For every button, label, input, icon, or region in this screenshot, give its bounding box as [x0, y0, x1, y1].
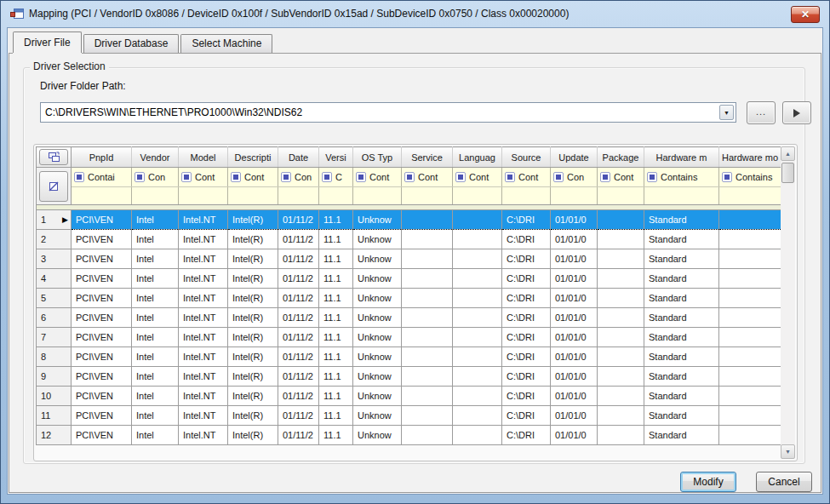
filter-cell-vendor[interactable]: Con: [132, 168, 179, 187]
cell-update[interactable]: 01/01/0: [551, 230, 598, 249]
cell-source[interactable]: C:\DRI: [502, 289, 551, 308]
cell-hardware-mo[interactable]: [719, 347, 781, 367]
cell-os-typ[interactable]: Unknow: [353, 426, 402, 445]
cell-vendor[interactable]: Intel: [132, 308, 179, 328]
cell-descripti[interactable]: Intel(R): [228, 387, 278, 406]
column-header-os-typ[interactable]: OS Typ: [353, 147, 402, 168]
cell-source[interactable]: C:\DRI: [502, 269, 551, 289]
cell-versi[interactable]: 11.1: [319, 210, 353, 230]
cell-languag[interactable]: [453, 328, 502, 347]
column-header-versi[interactable]: Versi: [319, 147, 353, 168]
cell-source[interactable]: C:\DRI: [502, 249, 551, 269]
cell-descripti[interactable]: Intel(R): [228, 308, 278, 328]
cell-descripti[interactable]: Intel(R): [228, 426, 278, 445]
cell-date[interactable]: 01/11/2: [278, 289, 319, 308]
cell-update[interactable]: 01/01/0: [551, 367, 598, 387]
filter-operator-icon[interactable]: [722, 172, 732, 182]
cell-date[interactable]: 01/11/2: [278, 387, 319, 406]
filter-input-pnpid[interactable]: [72, 187, 132, 205]
cell-service[interactable]: [402, 426, 453, 445]
filter-operator-icon[interactable]: [455, 172, 466, 182]
cell-pnpid[interactable]: PCI\VEN: [72, 289, 132, 308]
cell-hardware-m[interactable]: Standard: [644, 347, 719, 367]
cell-model[interactable]: Intel.NT: [179, 308, 228, 328]
table-row[interactable]: 5PCI\VENIntelIntel.NTIntel(R)01/11/211.1…: [37, 289, 781, 308]
filter-operator-icon[interactable]: [135, 172, 145, 182]
column-header-package[interactable]: Package: [598, 147, 644, 168]
filter-cell-pnpid[interactable]: Contai: [72, 168, 132, 187]
cell-pnpid[interactable]: PCI\VEN: [72, 210, 132, 230]
cell-package[interactable]: [598, 210, 644, 230]
cell-model[interactable]: Intel.NT: [179, 406, 228, 426]
table-row[interactable]: 8PCI\VENIntelIntel.NTIntel(R)01/11/211.1…: [37, 347, 781, 367]
cell-hardware-m[interactable]: Standard: [644, 289, 719, 308]
cell-model[interactable]: Intel.NT: [179, 426, 228, 445]
cell-source[interactable]: C:\DRI: [502, 230, 551, 249]
row-header[interactable]: 8: [37, 347, 72, 367]
row-header[interactable]: 7: [37, 328, 72, 347]
modify-button[interactable]: Modify: [680, 472, 736, 492]
cell-descripti[interactable]: Intel(R): [228, 347, 278, 367]
cell-service[interactable]: [402, 230, 453, 249]
cell-service[interactable]: [402, 406, 453, 426]
cancel-button[interactable]: Cancel: [756, 472, 812, 492]
row-header[interactable]: 3: [37, 249, 72, 269]
cell-date[interactable]: 01/11/2: [278, 230, 319, 249]
cell-languag[interactable]: [453, 387, 502, 406]
cell-os-typ[interactable]: Unknow: [353, 367, 402, 387]
vertical-scrollbar[interactable]: ▲ ▼: [781, 146, 795, 459]
row-header[interactable]: 5: [37, 289, 72, 308]
cell-package[interactable]: [598, 347, 644, 367]
cell-source[interactable]: C:\DRI: [502, 406, 551, 426]
cell-vendor[interactable]: Intel: [132, 210, 179, 230]
cell-os-typ[interactable]: Unknow: [353, 269, 402, 289]
cell-descripti[interactable]: Intel(R): [228, 249, 278, 269]
cell-pnpid[interactable]: PCI\VEN: [72, 406, 132, 426]
cell-package[interactable]: [598, 367, 644, 387]
cell-source[interactable]: C:\DRI: [502, 367, 551, 387]
cell-vendor[interactable]: Intel: [132, 249, 179, 269]
cell-update[interactable]: 01/01/0: [551, 426, 598, 445]
cell-update[interactable]: 01/01/0: [551, 249, 598, 269]
column-header-languag[interactable]: Languag: [453, 147, 502, 168]
filter-input-vendor[interactable]: [132, 187, 179, 205]
row-header[interactable]: 12: [37, 426, 72, 445]
cell-hardware-m[interactable]: Standard: [644, 269, 719, 289]
cell-package[interactable]: [598, 328, 644, 347]
cell-vendor[interactable]: Intel: [132, 426, 179, 445]
cell-package[interactable]: [598, 289, 644, 308]
cell-package[interactable]: [598, 426, 644, 445]
cell-service[interactable]: [402, 367, 453, 387]
filter-input-hardware-m[interactable]: [644, 187, 719, 205]
row-header[interactable]: 2: [37, 230, 72, 249]
cell-hardware-mo[interactable]: [719, 328, 781, 347]
scrollbar-thumb[interactable]: [781, 163, 794, 183]
cell-hardware-mo[interactable]: [719, 210, 781, 230]
browse-button[interactable]: ...: [747, 101, 776, 124]
cell-languag[interactable]: [453, 289, 502, 308]
cell-source[interactable]: C:\DRI: [502, 210, 551, 230]
row-header[interactable]: 1▶: [37, 210, 72, 230]
cell-date[interactable]: 01/11/2: [278, 249, 319, 269]
table-row[interactable]: 2PCI\VENIntelIntel.NTIntel(R)01/11/211.1…: [37, 230, 781, 249]
cell-os-typ[interactable]: Unknow: [353, 328, 402, 347]
filter-operator-icon[interactable]: [181, 172, 192, 182]
cell-update[interactable]: 01/01/0: [551, 210, 598, 230]
cell-hardware-m[interactable]: Standard: [644, 387, 719, 406]
column-header-hardware-m[interactable]: Hardware m: [644, 147, 719, 168]
cell-pnpid[interactable]: PCI\VEN: [72, 269, 132, 289]
filter-cell-descripti[interactable]: Cont: [228, 168, 278, 187]
column-header-model[interactable]: Model: [179, 147, 228, 168]
cell-model[interactable]: Intel.NT: [179, 347, 228, 367]
driver-folder-path-combobox[interactable]: C:\DRIVERS\WIN\ETHERNET\PRO1000\Win32\ND…: [40, 102, 736, 123]
cell-os-typ[interactable]: Unknow: [353, 249, 402, 269]
cell-model[interactable]: Intel.NT: [179, 269, 228, 289]
cell-date[interactable]: 01/11/2: [278, 367, 319, 387]
cell-model[interactable]: Intel.NT: [179, 328, 228, 347]
filter-operator-icon[interactable]: [231, 172, 241, 182]
filter-input-service[interactable]: [402, 187, 453, 205]
close-button[interactable]: ✕: [791, 6, 820, 23]
cell-source[interactable]: C:\DRI: [502, 308, 551, 328]
column-header-update[interactable]: Update: [551, 147, 598, 168]
cell-versi[interactable]: 11.1: [319, 328, 353, 347]
